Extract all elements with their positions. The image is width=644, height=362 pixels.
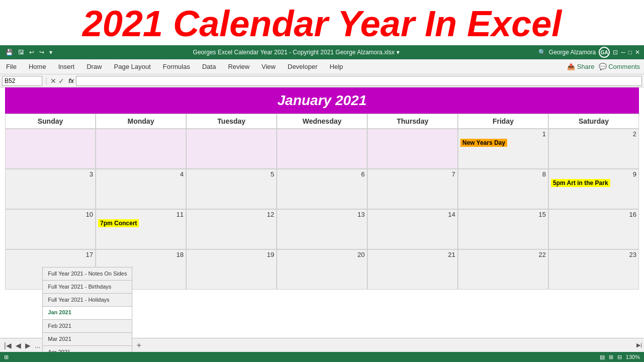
ribbon-draw[interactable]: Draw <box>85 62 104 71</box>
sheet-tab-5[interactable]: Mar 2021 <box>42 332 132 345</box>
calendar-cell-w3d2[interactable]: 19 <box>186 249 277 290</box>
avatar[interactable]: GA <box>599 47 610 58</box>
calendar-cell-w2d2[interactable]: 12 <box>186 209 277 249</box>
sheet-tab-0[interactable]: Full Year 2021 - Notes On Sides <box>42 267 132 280</box>
minimize-button[interactable]: ─ <box>621 49 625 56</box>
cal-date: 3 <box>8 170 93 178</box>
calendar-cell-w1d3[interactable]: 6 <box>277 169 367 209</box>
sheet-nav-more[interactable]: ... <box>33 341 43 349</box>
cal-date: 8 <box>460 170 546 178</box>
day-header-wednesday: Wednesday <box>277 114 367 129</box>
day-header-friday: Friday <box>458 114 548 129</box>
calendar-cell-w0d6[interactable]: 2 <box>548 129 639 169</box>
cal-date: 10 <box>8 211 93 218</box>
sheet-tab-4[interactable]: Feb 2021 <box>42 319 132 332</box>
title-banner: 2021 Calendar Year In Excel <box>0 0 644 45</box>
ribbon-insert[interactable]: Insert <box>56 62 77 71</box>
ribbon-file[interactable]: File <box>4 62 19 71</box>
sheet-tab-2[interactable]: Full Year 2021 - Holidays <box>42 293 132 306</box>
calendar-cell-w3d5[interactable]: 22 <box>458 249 548 290</box>
calendar-cell-w1d2[interactable]: 5 <box>186 169 277 209</box>
confirm-formula-icon[interactable]: ✓ <box>58 77 64 85</box>
calendar-cell-w0d1[interactable] <box>96 129 186 169</box>
calendar-cell-w2d4[interactable]: 14 <box>367 209 458 249</box>
ribbon-home[interactable]: Home <box>27 62 48 71</box>
formula-input[interactable] <box>76 76 642 86</box>
redo-icon[interactable]: ↪ <box>38 49 46 56</box>
save-icon[interactable]: 💾 <box>4 49 15 56</box>
cal-date: 11 <box>98 211 184 218</box>
sheet-nav-prev[interactable]: ◀ <box>14 341 23 349</box>
sheet-nav-first[interactable]: |◀ <box>2 341 14 349</box>
calendar-cell-w2d1[interactable]: 117pm Concert <box>96 209 186 249</box>
calendar-cell-w0d5[interactable]: 1New Years Day <box>458 129 548 169</box>
calendar-cell-w0d3[interactable] <box>277 129 367 169</box>
cal-date: 6 <box>279 170 365 178</box>
calendar-cell-w1d6[interactable]: 95pm Art in the Park <box>548 169 639 209</box>
share-button[interactable]: 📤 Share <box>567 63 594 70</box>
ribbon-view[interactable]: View <box>260 62 278 71</box>
fx-icon[interactable]: fx <box>68 77 74 84</box>
sheet-nav-next[interactable]: ▶ <box>23 341 33 349</box>
cal-date: 19 <box>189 251 274 258</box>
save-local-icon[interactable]: 🖫 <box>17 49 26 56</box>
search-icon[interactable]: 🔍 <box>538 49 546 56</box>
user-name: George Alzamora <box>549 49 596 56</box>
cell-reference-box[interactable]: B52 <box>2 76 42 86</box>
calendar-cell-w3d4[interactable]: 21 <box>367 249 458 290</box>
page-title: 2021 Calendar Year In Excel <box>83 6 562 42</box>
scroll-right-icon[interactable]: ▶| <box>636 342 642 348</box>
calendar-cell-w1d0[interactable]: 3 <box>5 169 96 209</box>
cal-date: 23 <box>551 251 636 258</box>
comments-button[interactable]: 💬 Comments <box>599 63 640 70</box>
cal-date: 15 <box>460 211 546 218</box>
ribbon-review[interactable]: Review <box>226 62 252 71</box>
day-header-monday: Monday <box>96 114 186 129</box>
ribbon-page-layout[interactable]: Page Layout <box>112 62 153 71</box>
calendar-cell-w2d3[interactable]: 13 <box>277 209 367 249</box>
window-title: Georges Excel Calendar Year 2021 - Copyr… <box>54 49 538 56</box>
sheet-tabs: |◀ ◀ ▶ ... Full Year 2021 - Notes On Sid… <box>0 338 644 352</box>
calendar-cell-w2d0[interactable]: 10 <box>5 209 96 249</box>
day-header-saturday: Saturday <box>548 114 639 129</box>
ribbon-developer[interactable]: Developer <box>286 62 319 71</box>
cal-date: 2 <box>551 130 636 138</box>
view-normal-icon[interactable]: ▤ <box>600 354 605 360</box>
calendar-cell-w1d1[interactable]: 4 <box>96 169 186 209</box>
cal-date: 21 <box>370 251 455 258</box>
customize-icon[interactable]: ▾ <box>48 49 54 56</box>
calendar-cell-w0d2[interactable] <box>186 129 277 169</box>
sheet-tab-1[interactable]: Full Year 2021 - Birthdays <box>42 280 132 293</box>
calendar-cell-w1d4[interactable]: 7 <box>367 169 458 209</box>
view-page-break-icon[interactable]: ⊟ <box>617 354 622 360</box>
cal-date: 1 <box>460 130 546 138</box>
ribbon-formulas[interactable]: Formulas <box>161 62 192 71</box>
formula-icons: ✕ ✓ <box>50 77 64 85</box>
calendar-cell-w2d5[interactable]: 15 <box>458 209 548 249</box>
add-sheet-button[interactable]: + <box>132 339 145 352</box>
cal-date: 17 <box>8 251 93 258</box>
calendar-cell-w3d3[interactable]: 20 <box>277 249 367 290</box>
ribbon-help[interactable]: Help <box>328 62 345 71</box>
restore-button[interactable]: □ <box>628 49 632 56</box>
calendar-cell-w0d4[interactable] <box>367 129 458 169</box>
mode-icon[interactable]: ⊡ <box>613 49 618 56</box>
view-layout-icon[interactable]: ⊞ <box>609 354 613 360</box>
calendar-cell-w2d6[interactable]: 16 <box>548 209 639 249</box>
close-button[interactable]: ✕ <box>635 49 640 56</box>
sheet-tab-3[interactable]: Jan 2021 <box>42 306 132 319</box>
cal-date: 18 <box>98 251 184 258</box>
ribbon-data[interactable]: Data <box>200 62 218 71</box>
cal-date: 5 <box>189 170 274 178</box>
calendar-event: 5pm Art in the Park <box>551 179 610 187</box>
cancel-formula-icon[interactable]: ✕ <box>50 77 56 85</box>
cal-date: 20 <box>279 251 365 258</box>
undo-icon[interactable]: ↩ <box>28 49 36 56</box>
sheet-tabs-list: Full Year 2021 - Notes On SidesFull Year… <box>42 267 132 363</box>
calendar-cell-w0d0[interactable] <box>5 129 96 169</box>
user-area: 🔍 George Alzamora GA ⊡ ─ □ ✕ <box>538 47 640 58</box>
cal-date: 4 <box>98 170 184 178</box>
calendar-cell-w1d5[interactable]: 8 <box>458 169 548 209</box>
zoom-level: 130% <box>626 354 640 360</box>
calendar-cell-w3d6[interactable]: 23 <box>548 249 639 290</box>
